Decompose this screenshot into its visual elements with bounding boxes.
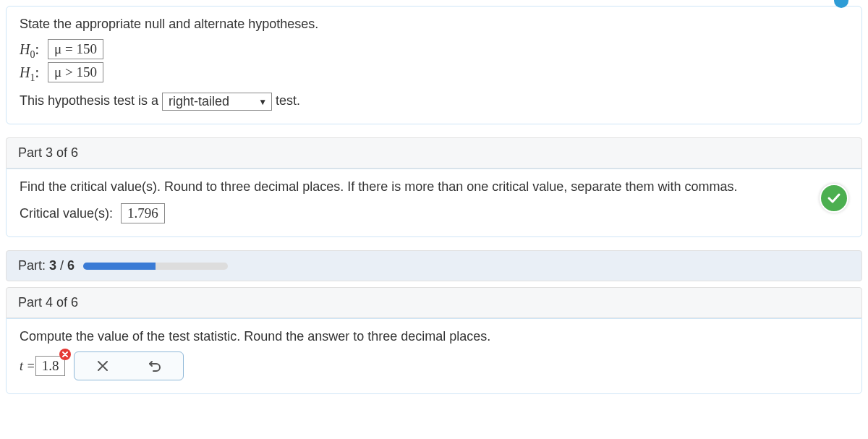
h0-row: H0: μ = 150 (20, 39, 848, 59)
undo-icon (148, 359, 162, 373)
correct-badge (820, 184, 848, 213)
error-badge (59, 349, 71, 360)
hypotheses-card: State the appropriate null and alternate… (6, 6, 862, 124)
undo-button[interactable] (147, 358, 163, 374)
close-icon (61, 351, 69, 358)
close-icon (96, 359, 109, 372)
progress-fill (83, 263, 156, 270)
h1-input[interactable]: μ > 150 (48, 62, 103, 82)
part3-header: Part 3 of 6 (6, 137, 862, 169)
part4-header: Part 4 of 6 (6, 287, 862, 318)
progress-label: Part: 3 / 6 (18, 258, 75, 273)
progress-bar: Part: 3 / 6 (6, 250, 862, 281)
action-box (74, 351, 184, 380)
check-icon (825, 189, 843, 207)
chevron-down-icon: ▼ (258, 97, 267, 107)
part4-prompt: Compute the value of the test statistic.… (20, 329, 848, 344)
part3-card: Find the critical value(s). Round to thr… (6, 169, 862, 237)
critical-value-input[interactable]: 1.796 (121, 203, 165, 223)
h0-label: H0: (20, 41, 43, 58)
info-badge (834, 0, 848, 8)
h1-row: H1: μ > 150 (20, 62, 848, 82)
t-equation: t = 1.8 (20, 356, 65, 376)
tail-select[interactable]: right-tailed ▼ (162, 93, 272, 111)
critical-value-row: Critical value(s): 1.796 (20, 203, 848, 223)
clear-button[interactable] (95, 358, 111, 374)
t-row: t = 1.8 (20, 351, 848, 380)
part3-prompt: Find the critical value(s). Round to thr… (20, 179, 848, 195)
h1-label: H1: (20, 64, 43, 81)
part4-card: Compute the value of the test statistic.… (6, 318, 862, 394)
progress-track (83, 263, 228, 270)
tail-sentence: This hypothesis test is a right-tailed ▼… (20, 93, 848, 111)
hypotheses-prompt: State the appropriate null and alternate… (20, 17, 848, 32)
h0-input[interactable]: μ = 150 (48, 39, 103, 59)
